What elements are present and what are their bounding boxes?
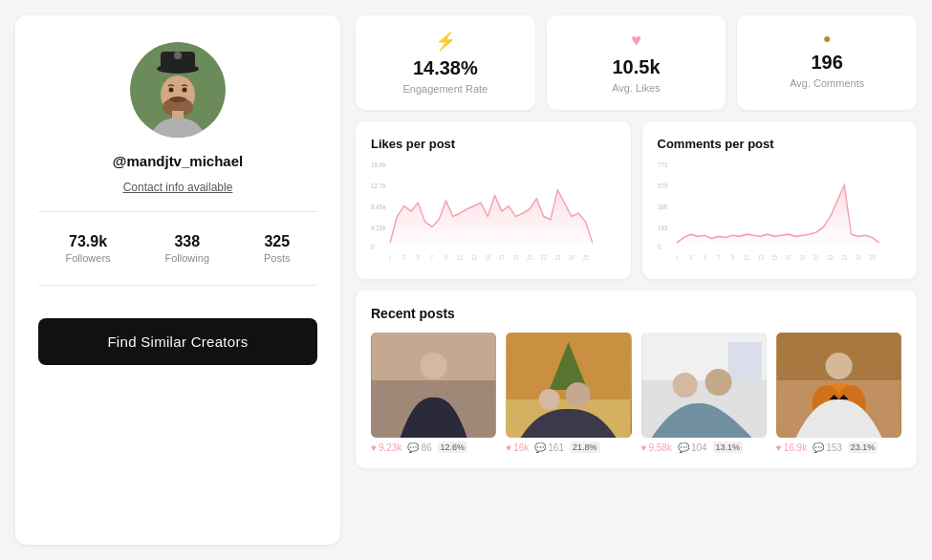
comments-chart-title: Comments per post <box>658 137 902 151</box>
svg-text:3: 3 <box>689 254 693 261</box>
posts-grid: ♥ 9.23k 💬 86 12.6% <box>371 333 901 453</box>
svg-text:0: 0 <box>371 243 375 250</box>
svg-text:0: 0 <box>658 243 661 250</box>
svg-text:9: 9 <box>444 254 448 261</box>
post-item-3[interactable]: ♥ 9.58k 💬 104 13.1% <box>641 333 767 453</box>
svg-text:13: 13 <box>757 254 764 261</box>
svg-text:11: 11 <box>457 254 464 261</box>
comment-dot-icon: ● <box>823 31 831 46</box>
svg-text:21: 21 <box>813 254 820 261</box>
heart-icon: ♥ <box>631 31 641 51</box>
svg-text:17: 17 <box>499 254 506 261</box>
post-1-likes: ♥ 9.23k <box>371 442 401 453</box>
svg-text:4.23k: 4.23k <box>371 224 386 231</box>
post-2-likes: ♥ 16k <box>506 442 529 453</box>
svg-text:8.45k: 8.45k <box>371 203 386 210</box>
svg-point-6 <box>169 97 186 102</box>
followers-stat: 73.9k Followers <box>65 233 110 264</box>
engagement-rate-value: 14.38% <box>413 57 478 79</box>
svg-point-70 <box>825 353 852 379</box>
posts-label: Posts <box>264 252 291 264</box>
svg-text:15: 15 <box>771 254 778 261</box>
svg-text:12.7k: 12.7k <box>371 182 386 189</box>
engagement-rate-label: Engagement Rate <box>403 83 488 95</box>
contact-info-link[interactable]: Contact info available <box>123 181 233 194</box>
post-stats-2: ♥ 16k 💬 161 21.8% <box>506 442 631 453</box>
following-stat: 338 Following <box>165 233 209 264</box>
svg-text:193: 193 <box>658 224 668 231</box>
svg-text:15: 15 <box>485 254 491 261</box>
svg-text:19: 19 <box>512 254 519 261</box>
svg-point-7 <box>169 88 174 93</box>
svg-text:22: 22 <box>541 254 548 261</box>
avg-likes-card: ♥ 10.5k Avg. Likes <box>547 15 726 110</box>
svg-text:23: 23 <box>841 254 848 261</box>
find-similar-creators-button[interactable]: Find Similar Creators <box>38 318 317 365</box>
post-item-4[interactable]: ♥ 16.9k 💬 153 23.1% <box>776 333 901 453</box>
recent-posts-card: Recent posts ♥ 9.23k 💬 86 12.6% <box>356 291 917 468</box>
post-thumb-1 <box>371 333 496 438</box>
avg-comments-label: Avg. Comments <box>790 77 864 89</box>
post-thumb-4 <box>776 333 901 438</box>
post-thumb-2 <box>506 333 631 438</box>
stats-row: 73.9k Followers 338 Following 325 Posts <box>38 229 317 268</box>
svg-text:17: 17 <box>785 254 791 261</box>
post-1-engagement: 12.6% <box>438 442 468 453</box>
post-3-likes: ♥ 9.58k <box>641 442 672 453</box>
post-stats-1: ♥ 9.23k 💬 86 12.6% <box>371 442 496 453</box>
divider-1 <box>38 211 317 212</box>
followers-value: 73.9k <box>69 233 107 250</box>
avg-comments-card: ● 196 Avg. Comments <box>737 15 917 110</box>
svg-text:3: 3 <box>402 254 406 261</box>
comments-chart-area: 771 579 386 193 0 1 3 5 <box>658 159 902 264</box>
svg-point-52 <box>421 353 447 379</box>
posts-stat: 325 Posts <box>264 233 291 264</box>
svg-text:25: 25 <box>582 254 589 261</box>
svg-text:22: 22 <box>827 254 834 261</box>
post-4-likes: ♥ 16.9k <box>776 442 807 453</box>
likes-chart-area: 16.9k 12.7k 8.45k 4.23k 0 <box>371 159 616 264</box>
svg-text:24: 24 <box>569 254 575 261</box>
svg-text:386: 386 <box>658 203 668 210</box>
avg-likes-value: 10.5k <box>612 56 660 78</box>
svg-text:1: 1 <box>675 254 679 261</box>
svg-point-8 <box>183 88 187 93</box>
recent-posts-title: Recent posts <box>371 306 901 321</box>
post-2-engagement: 21.8% <box>570 442 600 453</box>
username: @mandjtv_michael <box>113 153 243 169</box>
post-item-2[interactable]: ♥ 16k 💬 161 21.8% <box>506 333 631 453</box>
svg-text:11: 11 <box>744 254 750 261</box>
following-value: 338 <box>174 233 200 250</box>
post-item-1[interactable]: ♥ 9.23k 💬 86 12.6% <box>371 333 496 453</box>
metrics-row: ⚡ 14.38% Engagement Rate ♥ 10.5k Avg. Li… <box>356 15 917 110</box>
avg-likes-label: Avg. Likes <box>612 82 661 94</box>
svg-text:16.9k: 16.9k <box>371 161 386 168</box>
lightning-icon: ⚡ <box>435 31 456 52</box>
svg-text:579: 579 <box>658 182 668 189</box>
right-panel: ⚡ 14.38% Engagement Rate ♥ 10.5k Avg. Li… <box>356 15 917 545</box>
post-1-comments: 💬 86 <box>407 442 431 453</box>
svg-text:21: 21 <box>527 254 533 261</box>
svg-text:9: 9 <box>730 254 734 261</box>
svg-text:5: 5 <box>703 254 706 261</box>
following-label: Following <box>165 252 209 264</box>
post-stats-4: ♥ 16.9k 💬 153 23.1% <box>776 442 901 453</box>
svg-text:19: 19 <box>799 254 806 261</box>
divider-2 <box>38 285 317 286</box>
svg-text:771: 771 <box>658 161 668 168</box>
svg-point-3 <box>174 52 182 59</box>
svg-text:5: 5 <box>417 254 421 261</box>
svg-text:23: 23 <box>554 254 561 261</box>
comments-per-post-card: Comments per post 771 579 386 193 0 <box>642 121 918 279</box>
svg-text:7: 7 <box>430 254 434 261</box>
svg-rect-60 <box>727 342 761 380</box>
post-thumb-3 <box>641 333 767 438</box>
post-3-engagement: 13.1% <box>713 442 744 453</box>
svg-text:1: 1 <box>389 254 393 261</box>
avatar <box>130 42 226 138</box>
post-4-engagement: 23.1% <box>848 442 878 453</box>
post-4-comments: 💬 153 <box>813 442 842 453</box>
svg-text:25: 25 <box>869 254 876 261</box>
followers-label: Followers <box>65 252 110 264</box>
post-2-comments: 💬 161 <box>534 442 564 453</box>
